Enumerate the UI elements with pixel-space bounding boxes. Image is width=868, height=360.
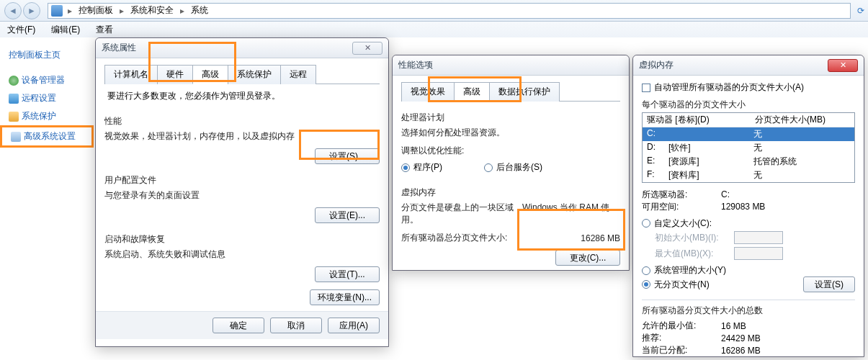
breadcrumb-item[interactable]: 控制面板 <box>76 3 116 18</box>
env-vars-button[interactable]: 环境变量(N)... <box>310 289 380 305</box>
sidebar-item-protection[interactable]: 系统保护 <box>0 107 94 125</box>
dialog-titlebar[interactable]: 系统属性 ✕ <box>96 38 388 58</box>
radio-label: 程序(P) <box>413 161 442 174</box>
performance-options-dialog: 性能选项 视觉效果 高级 数据执行保护 处理器计划 选择如何分配处理器资源。 调… <box>392 55 630 271</box>
group-legend: 性能 <box>104 115 380 127</box>
sidebar-item-remote[interactable]: 远程设置 <box>0 89 94 107</box>
user-profiles-settings-button[interactable]: 设置(E)... <box>315 207 380 223</box>
initial-size-input[interactable] <box>734 231 783 244</box>
refresh-button[interactable]: ⟳ <box>854 6 868 16</box>
radio-system-managed[interactable]: 系统管理的大小(Y) <box>642 264 842 276</box>
back-button[interactable]: ◄ <box>4 2 22 19</box>
dialog-body: 视觉效果 高级 数据执行保护 处理器计划 选择如何分配处理器资源。 调整以优化性… <box>393 76 629 279</box>
drive-row[interactable]: C:无 <box>643 127 854 141</box>
radio-label: 无分页文件(N) <box>654 279 710 291</box>
total-paging-label: 所有驱动器总分页文件大小: <box>401 232 507 244</box>
selected-drive-label: 所选驱动器: <box>642 189 721 201</box>
tab-advanced[interactable]: 高级 <box>454 82 490 102</box>
startup-settings-button[interactable]: 设置(T)... <box>315 266 380 282</box>
nav-arrows: ◄ ► <box>0 2 45 19</box>
breadcrumb-item[interactable]: 系统 <box>188 3 211 18</box>
sidebar-item-label: 远程设置 <box>22 92 56 104</box>
change-vm-button[interactable]: 更改(C)... <box>555 250 620 266</box>
dialog-title: 系统属性 <box>102 42 352 54</box>
drive-row[interactable]: D:[软件]无 <box>643 141 854 155</box>
max-size-input[interactable] <box>734 247 783 260</box>
tab-computer-name[interactable]: 计算机名 <box>104 65 158 84</box>
menu-bar: 文件(F) 编辑(E) 查看 <box>0 22 868 37</box>
set-button[interactable]: 设置(S) <box>803 276 855 292</box>
group-legend: 启动和故障恢复 <box>104 233 380 246</box>
explorer-header: ◄ ► ▸ 控制面板 ▸ 系统和安全 ▸ 系统 ⟳ <box>0 0 868 22</box>
dialog-body: 自动管理所有驱动器的分页文件大小(A) 每个驱动器的分页文件大小 驱动器 [卷标… <box>633 76 864 360</box>
radio-background[interactable]: 后台服务(S) <box>484 161 542 174</box>
breadcrumb: ▸ 控制面板 ▸ 系统和安全 ▸ 系统 <box>66 3 211 18</box>
group-legend: 虚拟内存 <box>401 186 620 199</box>
sidebar-item-advanced[interactable]: 高级系统设置 <box>0 125 94 148</box>
total-paging-value: 16286 MB <box>581 233 620 243</box>
ok-button[interactable]: 确定 <box>212 318 264 333</box>
tab-visual-effects[interactable]: 视觉效果 <box>401 82 455 102</box>
radio-programs[interactable]: 程序(P) <box>401 161 442 174</box>
drive-row[interactable]: F:[资料库]无 <box>643 168 854 182</box>
selected-drive-value: C: <box>721 189 730 199</box>
close-button[interactable]: ✕ <box>828 59 858 72</box>
totals-group: 所有驱动器分页文件大小的总数 允许的最小值:16 MB 推荐:24429 MB … <box>642 300 855 356</box>
user-profiles-group: 用户配置文件 与您登录有关的桌面设置 设置(E)... <box>104 171 380 226</box>
dialog-footer: 确定 取消 应用(A) <box>96 311 388 339</box>
radio-custom-size[interactable]: 自定义大小(C): <box>642 217 712 230</box>
dialog-title: 性能选项 <box>398 59 623 71</box>
dialog-titlebar[interactable]: 性能选项 <box>393 55 629 76</box>
tab-advanced[interactable]: 高级 <box>192 65 228 84</box>
col-drive: 驱动器 [卷标](D) <box>647 114 755 126</box>
processor-scheduling-group: 处理器计划 选择如何分配处理器资源。 调整以优化性能: 程序(P) 后台服务(S… <box>401 109 620 176</box>
rec-value: 24429 MB <box>721 333 761 343</box>
min-value: 16 MB <box>721 321 746 331</box>
sidebar-item-label: 系统保护 <box>22 110 56 122</box>
chevron-right-icon: ▸ <box>117 6 126 16</box>
sidebar-item-device-manager[interactable]: 设备管理器 <box>0 71 94 89</box>
group-desc: 选择如何分配处理器资源。 <box>401 127 620 139</box>
tab-system-protection[interactable]: 系统保护 <box>228 65 281 84</box>
avail-space-value: 129083 MB <box>721 202 765 212</box>
system-properties-dialog: 系统属性 ✕ 计算机名 硬件 高级 系统保护 远程 要进行大多数更改，您必须作为… <box>95 37 389 347</box>
checkbox-label: 自动管理所有驱动器的分页文件大小(A) <box>654 81 804 94</box>
group-desc: 系统启动、系统失败和调试信息 <box>104 248 380 261</box>
tab-dep[interactable]: 数据执行保护 <box>489 82 560 102</box>
totals-legend: 所有驱动器分页文件大小的总数 <box>642 305 855 317</box>
address-bar[interactable]: ▸ 控制面板 ▸ 系统和安全 ▸ 系统 <box>48 3 851 19</box>
tab-hardware[interactable]: 硬件 <box>157 65 193 84</box>
cancel-button[interactable]: 取消 <box>270 318 322 333</box>
menu-file[interactable]: 文件(F) <box>4 22 38 37</box>
apply-button[interactable]: 应用(A) <box>328 318 380 333</box>
radio-label: 自定义大小(C): <box>654 217 712 230</box>
drive-row[interactable]: E:[资源库]托管的系统 <box>643 155 854 168</box>
group-legend: 用户配置文件 <box>104 174 380 186</box>
group-desc: 分页文件是硬盘上的一块区域，Windows 当作 RAM 使用。 <box>401 202 620 226</box>
dialog-titlebar[interactable]: 虚拟内存 ✕ <box>633 55 864 76</box>
group-legend: 处理器计划 <box>401 112 620 124</box>
drive-listbox[interactable]: 驱动器 [卷标](D) 分页文件大小(MB) C:无 D:[软件]无 E:[资源… <box>642 112 855 183</box>
cur-label: 当前已分配: <box>642 344 721 356</box>
performance-settings-button[interactable]: 设置(S)... <box>315 148 380 164</box>
avail-space-label: 可用空间: <box>642 201 721 213</box>
performance-group: 性能 视觉效果，处理器计划，内存使用，以及虚拟内存 设置(S)... <box>104 112 380 167</box>
cur-value: 16286 MB <box>721 346 761 356</box>
initial-size-label: 初始大小(MB)(I): <box>655 232 734 244</box>
sidebar-home-label: 控制面板主页 <box>9 49 61 61</box>
tabs: 视觉效果 高级 数据执行保护 <box>401 81 620 102</box>
admin-note: 要进行大多数更改，您必须作为管理员登录。 <box>104 84 380 108</box>
radio-no-paging[interactable]: 无分页文件(N) <box>642 279 710 291</box>
menu-view[interactable]: 查看 <box>93 22 116 37</box>
auto-manage-checkbox[interactable]: 自动管理所有驱动器的分页文件大小(A) <box>642 81 804 94</box>
advanced-settings-icon <box>11 132 21 142</box>
breadcrumb-item[interactable]: 系统和安全 <box>127 3 176 18</box>
device-manager-icon <box>9 76 19 86</box>
sidebar-item-label: 设备管理器 <box>22 74 65 86</box>
menu-edit[interactable]: 编辑(E) <box>48 22 83 37</box>
tab-remote[interactable]: 远程 <box>280 65 316 84</box>
chevron-right-icon: ▸ <box>66 6 74 16</box>
sidebar-home[interactable]: 控制面板主页 <box>0 46 94 64</box>
forward-button[interactable]: ► <box>23 2 40 19</box>
close-button[interactable]: ✕ <box>352 42 382 55</box>
